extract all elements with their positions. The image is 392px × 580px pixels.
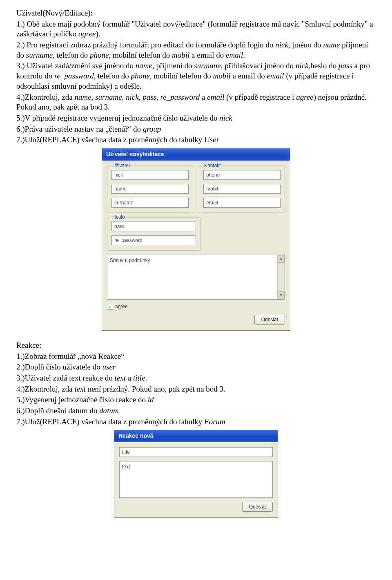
scrollbar[interactable]: ▲ ▼ [277, 255, 285, 299]
input-mobil[interactable] [203, 184, 281, 194]
input-title[interactable] [119, 447, 273, 457]
section-reakce: Reakce: 1.)Zobraz formulář „nová Reakce“… [16, 340, 376, 427]
r-line-7: 7.)Ulož(REPLACE) všechna data z proměnný… [16, 417, 376, 427]
input-name[interactable] [111, 184, 189, 194]
titlebar-reakce: Reakce nová [114, 430, 278, 442]
line-7: 7.)Ulož(REPLACE) všechna data z proměnný… [16, 135, 376, 145]
scroll-down-icon[interactable]: ▼ [278, 291, 285, 299]
line-1: 1.) Obě akce mají podobný formulář "Uživ… [16, 19, 376, 39]
checkbox-label: agree [115, 304, 128, 309]
submit-button-uzivatel[interactable]: Odeslat [254, 315, 285, 325]
input-surname[interactable] [111, 198, 189, 208]
titlebar-uzivatel: Uživatel nový/editace [102, 148, 290, 161]
r-line-5: 5.)Vygeneruj jednoznačné číslo reakce do… [16, 395, 376, 405]
line-2: 2.) Pro registraci zobraz prázdný formul… [16, 40, 376, 60]
r-line-4: 4.)Zkontroluj, zda text není prázdný. Po… [16, 384, 376, 394]
line-6: 6.)Práva uživatele nastav na „čtenář“ do… [16, 124, 376, 134]
window-body-reakce: text Odeslat [114, 442, 278, 517]
group-label-uzivatel: Uživatel [111, 163, 131, 168]
textarea-text[interactable]: text [119, 461, 273, 498]
input-phone[interactable] [203, 170, 281, 180]
checkbox-agree[interactable]: ✓ [107, 304, 113, 310]
group-label-heslo: Heslo [111, 214, 127, 220]
r-line-1: 1.)Zobraz formulář „nová Reakce“ [16, 352, 376, 362]
group-uzivatel: Uživatel [107, 166, 193, 213]
group-kontakt: Kontakt [199, 166, 285, 213]
checkbox-row: ✓ agree [107, 304, 285, 310]
window-uzivatel: Uživatel nový/editace Uživatel Kontakt [102, 148, 290, 331]
submit-button-reakce[interactable]: Odeslat [242, 502, 273, 512]
form-uzivatel-wrap: Uživatel nový/editace Uživatel Kontakt [16, 148, 376, 331]
section-uzivatel: Uživatel(Nový/Editace): 1.) Obě akce maj… [16, 8, 376, 145]
input-repassword[interactable] [111, 235, 196, 245]
form-reakce-wrap: Reakce nová text Odeslat [16, 430, 376, 518]
heading-1: Uživatel(Nový/Editace): [16, 8, 376, 18]
line-5: 5.)V případě registrace vygeneruj jednoz… [16, 113, 376, 123]
window-body: Uživatel Kontakt Heslo [102, 161, 290, 330]
textarea-wrap: Smluvní podmínky ▲ ▼ [107, 255, 285, 300]
input-nick[interactable] [111, 170, 189, 180]
window-reakce: Reakce nová text Odeslat [114, 430, 278, 518]
input-pass[interactable] [111, 222, 196, 231]
line-4: 4.)Zkontroluj, zda name, surname, nick, … [16, 92, 376, 112]
heading-2: Reakce: [16, 340, 376, 351]
r-line-6: 6.)Doplň dnešní datum do datum [16, 406, 376, 416]
group-heslo: Heslo [107, 217, 200, 251]
input-email[interactable] [203, 198, 281, 208]
r-line-2: 2.)Doplň číslo uživatele do user [16, 362, 376, 372]
textarea-smluvni[interactable]: Smluvní podmínky [107, 255, 285, 300]
group-label-kontakt: Kontakt [203, 163, 223, 168]
scroll-up-icon[interactable]: ▲ [278, 255, 285, 263]
r-line-3: 3.)Uživatel zadá text reakce do text a t… [16, 373, 376, 383]
line-3: 3.) Uživatel zadá/změní své jméno do nam… [16, 61, 376, 91]
